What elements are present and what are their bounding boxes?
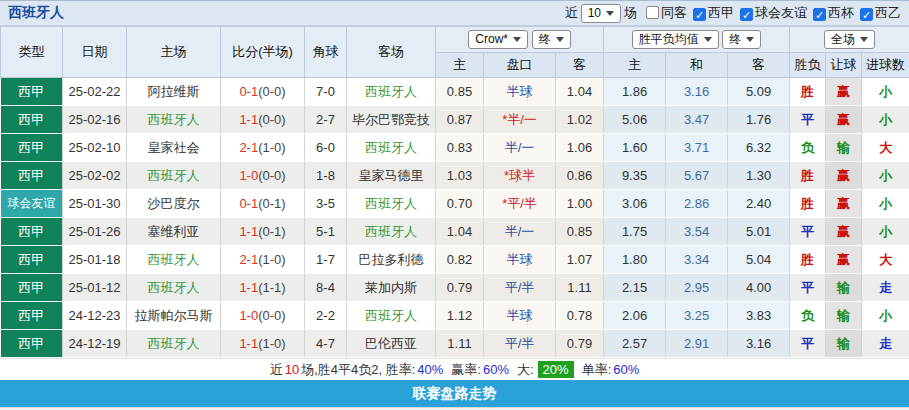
match-row: 西甲25-01-26塞维利亚1-1(0-1)5-1西班牙人1.04半/一0.85… bbox=[1, 218, 909, 246]
away-team[interactable]: 巴拉多利德 bbox=[347, 246, 436, 274]
filter-checkbox-label-4[interactable]: 西乙 bbox=[875, 5, 901, 20]
filter-checkbox-1[interactable]: ✓ bbox=[693, 8, 706, 21]
avg-draw-cell: 2.86 bbox=[666, 190, 728, 218]
chevron-down-icon bbox=[746, 37, 754, 42]
handicap-cell: 平/半 bbox=[484, 274, 556, 302]
halftime-score: (0-1) bbox=[258, 196, 285, 211]
avg-home-cell: 9.35 bbox=[604, 162, 666, 190]
date-cell: 25-01-26 bbox=[63, 218, 127, 246]
avg-draw-cell: 3.34 bbox=[666, 246, 728, 274]
goals-result-cell: 走 bbox=[862, 330, 909, 358]
match-row: 西甲25-02-16西班牙人1-1(0-0)2-7毕尔巴鄂竞技0.87*半/一1… bbox=[1, 106, 909, 134]
matches-label: 场 bbox=[624, 4, 637, 22]
league-type-cell: 西甲 bbox=[1, 106, 63, 134]
away-team[interactable]: 皇家马德里 bbox=[347, 162, 436, 190]
avg-time-value: 终 bbox=[729, 31, 741, 48]
letball-result-cell: 赢 bbox=[826, 106, 862, 134]
home-odds-cell: 1.12 bbox=[436, 302, 484, 330]
league-type-cell: 球会友谊 bbox=[1, 190, 63, 218]
filter-checkbox-4[interactable]: ✓ bbox=[860, 8, 873, 21]
bookmaker-select-value: Crow* bbox=[475, 32, 508, 46]
avg-home-cell: 5.06 bbox=[604, 106, 666, 134]
home-team[interactable]: 沙巴度尔 bbox=[127, 190, 221, 218]
summary-record: 场,胜4平4负2, 胜率: bbox=[301, 361, 415, 379]
sub-header-avg-home: 主 bbox=[604, 53, 666, 78]
home-team[interactable]: 西班牙人 bbox=[127, 274, 221, 302]
letball-result-cell: 赢 bbox=[826, 218, 862, 246]
away-team[interactable]: 西班牙人 bbox=[347, 190, 436, 218]
filter-checkbox-label-2[interactable]: 球会友谊 bbox=[755, 5, 807, 20]
home-team[interactable]: 阿拉维斯 bbox=[127, 78, 221, 106]
sub-header-goals: 进球数 bbox=[862, 53, 909, 78]
away-team[interactable]: 西班牙人 bbox=[347, 134, 436, 162]
result-cell: 平 bbox=[790, 330, 826, 358]
corner-cell: 7-0 bbox=[305, 78, 347, 106]
fulltime-score: 1-1 bbox=[239, 112, 258, 127]
away-team[interactable]: 莱加内斯 bbox=[347, 274, 436, 302]
sub-header-letball: 让球 bbox=[826, 53, 862, 78]
fulltime-score: 1-0 bbox=[239, 308, 258, 323]
goals-result-cell: 小 bbox=[862, 190, 909, 218]
handicap-cell: 半/一 bbox=[484, 218, 556, 246]
sub-header-avg-away: 客 bbox=[728, 53, 790, 78]
home-team[interactable]: 西班牙人 bbox=[127, 162, 221, 190]
page-title: 西班牙人 bbox=[8, 4, 64, 22]
corner-cell: 2-2 bbox=[305, 302, 347, 330]
avg-home-cell: 2.15 bbox=[604, 274, 666, 302]
recent-count-select[interactable]: 10 bbox=[581, 4, 621, 23]
result-cell: 胜 bbox=[790, 190, 826, 218]
score-cell: 2-1(1-0) bbox=[221, 134, 305, 162]
goals-result-cell: 小 bbox=[862, 106, 909, 134]
goals-result-cell: 小 bbox=[862, 78, 909, 106]
away-team[interactable]: 巴伦西亚 bbox=[347, 330, 436, 358]
filter-checkbox-label-3[interactable]: 西杯 bbox=[828, 5, 854, 20]
filter-checkbox-0[interactable] bbox=[646, 6, 659, 19]
league-type-cell: 西甲 bbox=[1, 134, 63, 162]
filter-checkbox-2[interactable]: ✓ bbox=[740, 8, 753, 21]
let-rate-label: 赢率: bbox=[451, 361, 481, 379]
avg-time-select[interactable]: 终 bbox=[722, 30, 761, 49]
away-odds-cell: 1.04 bbox=[556, 78, 604, 106]
league-type-cell: 西甲 bbox=[1, 302, 63, 330]
away-team[interactable]: 西班牙人 bbox=[347, 218, 436, 246]
home-team[interactable]: 塞维利亚 bbox=[127, 218, 221, 246]
home-team[interactable]: 拉斯帕尔马斯 bbox=[127, 302, 221, 330]
home-team[interactable]: 西班牙人 bbox=[127, 246, 221, 274]
fulltime-score: 1-1 bbox=[239, 224, 258, 239]
halftime-score: (1-0) bbox=[258, 336, 285, 351]
avg-home-cell: 3.06 bbox=[604, 190, 666, 218]
bookmaker-time-select[interactable]: 终 bbox=[532, 30, 571, 49]
filter-checkbox-label-1[interactable]: 西甲 bbox=[708, 5, 734, 20]
title-bar: 西班牙人 近 10 场 同客✓西甲✓球会友谊✓西杯✓西乙 bbox=[0, 0, 909, 26]
big-rate-label: 大: bbox=[517, 361, 534, 379]
avg-draw-cell: 3.16 bbox=[666, 78, 728, 106]
handicap-cell: *球半 bbox=[484, 162, 556, 190]
home-team[interactable]: 西班牙人 bbox=[127, 106, 221, 134]
filter-checkbox-label-0[interactable]: 同客 bbox=[661, 5, 687, 20]
away-team[interactable]: 毕尔巴鄂竞技 bbox=[347, 106, 436, 134]
avg-away-cell: 5.04 bbox=[728, 246, 790, 274]
halftime-score: (1-0) bbox=[258, 140, 285, 155]
avg-select-group: 胜平负均值 终 bbox=[604, 27, 790, 53]
goals-result-cell: 大 bbox=[862, 134, 909, 162]
goals-result-cell: 大 bbox=[862, 246, 909, 274]
filter-checkbox-3[interactable]: ✓ bbox=[813, 8, 826, 21]
avg-away-cell: 1.30 bbox=[728, 162, 790, 190]
letball-result-cell: 赢 bbox=[826, 162, 862, 190]
home-team[interactable]: 皇家社会 bbox=[127, 134, 221, 162]
avg-type-select[interactable]: 胜平负均值 bbox=[632, 30, 719, 49]
league-trend-section-header: 联赛盘路走势 bbox=[0, 380, 909, 407]
goals-result-cell: 小 bbox=[862, 162, 909, 190]
home-team[interactable]: 西班牙人 bbox=[127, 330, 221, 358]
avg-away-cell: 1.76 bbox=[728, 106, 790, 134]
score-cell: 0-1(0-0) bbox=[221, 78, 305, 106]
away-team[interactable]: 西班牙人 bbox=[347, 302, 436, 330]
handicap-cell: 半/一 bbox=[484, 134, 556, 162]
away-team[interactable]: 西班牙人 bbox=[347, 78, 436, 106]
avg-home-cell: 2.57 bbox=[604, 330, 666, 358]
date-cell: 24-12-23 bbox=[63, 302, 127, 330]
bookmaker-select[interactable]: Crow* bbox=[468, 30, 528, 49]
avg-home-cell: 2.06 bbox=[604, 302, 666, 330]
recent-label: 近 bbox=[565, 4, 578, 22]
scope-select[interactable]: 全场 bbox=[824, 30, 875, 49]
